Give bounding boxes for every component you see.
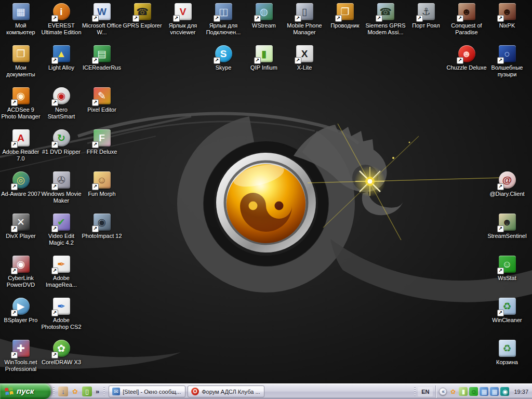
volshebnye-puzyri-icon: ○↗ xyxy=(499,45,516,62)
quicklaunch-chevron-icon[interactable]: » xyxy=(96,388,99,395)
desktop-icon-bsplayer-pro[interactable]: ▶↗BSplayer Pro xyxy=(1,298,41,324)
teal-app-icon[interactable]: ◉ xyxy=(500,387,509,396)
start-button[interactable]: пуск xyxy=(0,383,51,399)
desktop-icon-label: Mobile Phone Manager xyxy=(284,22,325,36)
quicklaunch-drag-handle[interactable] xyxy=(53,387,55,397)
ad-aware-2007-glyph: ◎ xyxy=(17,175,25,185)
shortcut-arrow-icon: ↗ xyxy=(497,310,504,316)
port-royal-glyph: ⚓ xyxy=(421,7,430,17)
desktop-icon-mobile-phone-manager[interactable]: ▯↗Mobile Phone Manager xyxy=(284,3,325,36)
desktop-icon-cyberlink-powerdvd[interactable]: ◉↗CyberLink PowerDVD xyxy=(1,256,41,288)
shortcut-arrow-icon: ↗ xyxy=(51,352,58,358)
desktop-icon-my-computer[interactable]: ▦Мой компьютер xyxy=(1,3,41,36)
adobe-imageready-glyph: ✒ xyxy=(57,259,65,269)
desktop-icon-qip-infium[interactable]: ▮↗QIP Infium xyxy=(244,45,284,71)
desktop-icon-streamsentinel[interactable]: ☻↗StreamSentinel xyxy=(487,214,527,240)
message-window-icon: ✉ xyxy=(112,388,120,395)
desktop-icon-fun-morph[interactable]: ☺↗Fun Morph xyxy=(82,171,122,197)
desktop-icon-x-lite[interactable]: X↗X-Lite xyxy=(284,45,325,71)
desktop-icon-siemens-gprs-modem-assistant[interactable]: ☎↗Siemens GPRS Modem Assi... xyxy=(365,3,406,36)
desktop-icon-wstream[interactable]: ◍↗WStream xyxy=(244,3,284,29)
photoimpact-12-glyph: ◉ xyxy=(98,217,107,227)
my-computer-icon: ▦ xyxy=(12,3,30,20)
shortcut-arrow-icon: ↗ xyxy=(457,15,463,22)
pixel-editor-glyph: ✎ xyxy=(98,91,106,101)
desktop-icon-port-royal[interactable]: ⚓↗Порт Роял xyxy=(406,3,446,29)
desktop-icon-label: CorelDRAW X3 xyxy=(42,359,81,366)
task-buttons: ✉[Steel] - Окно сообщ...OФорум АДСЛ Клуб… xyxy=(107,384,412,399)
desktop-icon-ad-aware-2007[interactable]: ◎↗Ad-Aware 2007 xyxy=(1,171,41,197)
desktop-icon-volshebnye-puzyri[interactable]: ○↗Волшебные пузыри xyxy=(487,45,527,78)
tray-collapse-icon[interactable]: « xyxy=(439,388,447,395)
qip-flower-icon[interactable]: ✿ xyxy=(70,387,80,396)
desktop-icon-nero-startsmart[interactable]: ◉↗Nero StartSmart xyxy=(41,87,82,120)
task-forum-adsl-club[interactable]: OФорум АДСЛ Клуба ... xyxy=(188,385,264,397)
tray-drag-handle[interactable] xyxy=(414,387,416,397)
adobe-reader-7-icon: A↗ xyxy=(12,129,30,147)
user-download-icon[interactable]: ↓ xyxy=(58,387,68,396)
wsstat-tray-icon[interactable]: ☺ xyxy=(469,387,478,396)
desktop-icon-label: GPRS Explorer xyxy=(123,22,162,29)
desktop-icon-wintools-net-professional[interactable]: ✚↗WinTools.net Professional xyxy=(1,340,41,373)
desktop-icon-label: Порт Роял xyxy=(412,22,440,29)
desktop-icon-adobe-photoshop-cs2[interactable]: ✒↗Adobe Photoshop CS2 xyxy=(41,298,82,330)
desktop-icon-pixel-editor[interactable]: ✎↗Pixel Editor xyxy=(82,87,122,113)
desktop-icon-connection-shortcut[interactable]: ◫↗Ярлык для Подключен... xyxy=(203,3,244,36)
desktop: ▦Мой компьютерi↗EVEREST Ultimate Edition… xyxy=(0,0,532,383)
shortcut-arrow-icon: ↗ xyxy=(11,141,18,148)
desktop-icon-acdsee-9-photo-manager[interactable]: ◉↗ACDSee 9 Photo Manager xyxy=(1,87,41,120)
desktop-icon-icereaderrus[interactable]: ▤↗ICEReaderRus xyxy=(82,45,122,71)
qip-flower-tray-icon[interactable]: ✿ xyxy=(448,387,457,396)
wintools-net-professional-glyph: ✚ xyxy=(17,343,25,353)
desktop-icon-everest-ultimate-edition[interactable]: i↗EVEREST Ultimate Edition xyxy=(41,3,82,36)
desktop-icon-nixpk[interactable]: ☻↗NixPK xyxy=(487,3,527,29)
network-connection-icon[interactable]: ▦ xyxy=(480,387,488,396)
desktop-icon-adobe-reader-7[interactable]: A↗Adobe Reader 7.0 xyxy=(1,129,41,162)
language-indicator[interactable]: EN xyxy=(418,387,433,396)
desktop-icon-light-alloy[interactable]: ▲↗Light Alloy xyxy=(41,45,82,71)
green-phone-icon[interactable]: ▯ xyxy=(82,387,92,396)
my-documents-glyph: ❐ xyxy=(16,49,25,59)
desktop-icon-wsstat[interactable]: ☺↗WsStat xyxy=(487,256,527,282)
desktop-icon-dvd-ripper[interactable]: ↻↗#1 DVD Ripper xyxy=(41,129,82,155)
desktop-icon-photoimpact-12[interactable]: ◉↗PhotoImpact 12 xyxy=(82,214,122,240)
desktop-icon-gprs-explorer[interactable]: ☎↗GPRS Explorer xyxy=(122,3,163,29)
desktop-icon-label: Siemens GPRS Modem Assi... xyxy=(365,22,406,36)
nero-startsmart-glyph: ◉ xyxy=(57,91,66,101)
desktop-icon-recycle-bin[interactable]: ♻Корзина xyxy=(487,340,527,366)
desktop-icon-wincleaner[interactable]: ♻↗WinCleaner xyxy=(487,298,527,324)
desktop-icon-provodnik-explorer[interactable]: ❐↗Проводник xyxy=(325,3,365,29)
vncviewer-shortcut-glyph: V xyxy=(180,7,187,17)
acdsee-9-photo-manager-icon: ◉↗ xyxy=(12,87,30,104)
shortcut-arrow-icon: ↗ xyxy=(173,15,180,22)
desktop-icon-video-edit-magic-42[interactable]: ✔↗Video Edit Magic 4.2 xyxy=(41,214,82,246)
desktop-icon-label: FFR Deluxe xyxy=(87,149,117,155)
bsplayer-pro-glyph: ▶ xyxy=(17,301,25,311)
desktop-icon-diary-client[interactable]: @↗@Diary.Client xyxy=(487,171,527,197)
siemens-gprs-modem-assistant-icon: ☎↗ xyxy=(377,3,394,20)
wstream-glyph: ◍ xyxy=(260,7,269,17)
task-steel-message-window[interactable]: ✉[Steel] - Окно сообщ... xyxy=(109,385,185,397)
desktop-icon-ffr-deluxe[interactable]: F↗FFR Deluxe xyxy=(82,129,122,155)
desktop-icon-conquest-of-paradise[interactable]: ☻↗Conquest of Paradise xyxy=(446,3,487,36)
everest-ultimate-edition-icon: i↗ xyxy=(53,3,70,20)
desktop-icon-adobe-imageready[interactable]: ✒↗Adobe ImageRea... xyxy=(41,256,82,288)
desktop-icon-my-documents[interactable]: ❐Мои документы xyxy=(1,45,41,78)
desktop-icon-vncviewer-shortcut[interactable]: V↗Ярлык для vncviewer xyxy=(163,3,203,36)
tasks-drag-handle[interactable] xyxy=(103,387,105,397)
shortcut-arrow-icon: ↗ xyxy=(92,225,99,232)
desktop-icon-chuzzle-deluxe[interactable]: ☻↗Chuzzle Deluxe xyxy=(446,45,487,71)
nero-startsmart-icon: ◉↗ xyxy=(53,87,70,104)
desktop-icon-label: NixPK xyxy=(499,22,515,29)
desktop-icon-divx-player[interactable]: ✕↗DivX Player xyxy=(1,214,41,240)
desktop-icon-coreldraw-x3[interactable]: ✿↗CorelDRAW X3 xyxy=(41,340,82,366)
desktop-icon-skype[interactable]: S↗Skype xyxy=(203,45,244,71)
qip-infium-tray-icon[interactable]: ▮ xyxy=(459,387,468,396)
gprs-explorer-icon: ☎↗ xyxy=(134,3,151,20)
desktop-icon-label: Pixel Editor xyxy=(87,107,116,113)
taskbar-clock: 19:37 xyxy=(514,389,528,395)
network-connection-icon-2[interactable]: ▦ xyxy=(490,387,499,396)
desktop-icon-microsoft-office-word[interactable]: W↗Microsoft Office W... xyxy=(82,3,122,36)
adobe-imageready-icon: ✒↗ xyxy=(53,256,70,273)
desktop-icon-windows-movie-maker[interactable]: ✇↗Windows Movie Maker xyxy=(41,171,82,204)
